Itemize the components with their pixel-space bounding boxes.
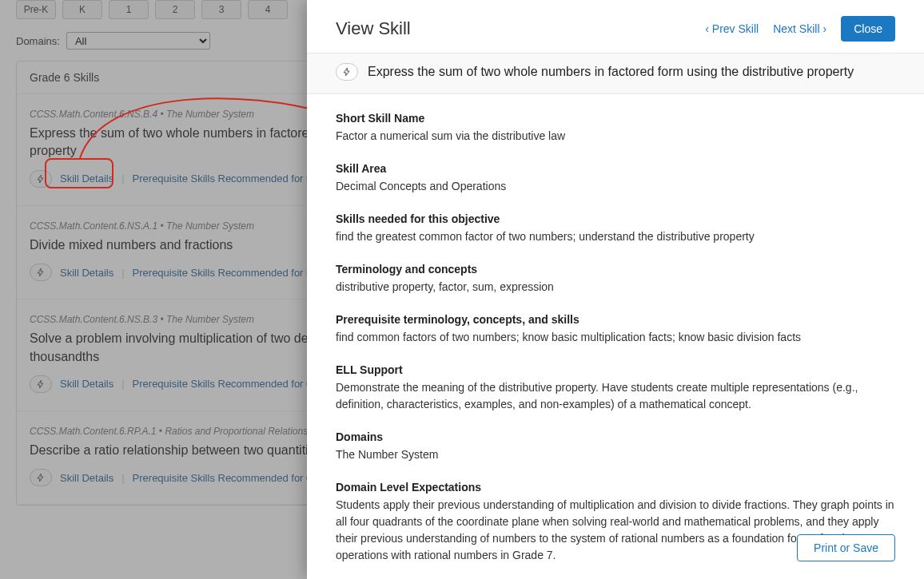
field-value: Demonstrate the meaning of the distribut… [336, 379, 895, 413]
field-value: distributive property, factor, sum, expr… [336, 279, 895, 295]
drawer-header-actions: ‹ Prev Skill Next Skill › Close [705, 16, 895, 42]
field-value: The Number System [336, 446, 895, 463]
close-button[interactable]: Close [841, 16, 895, 42]
drawer-title: View Skill [336, 18, 411, 39]
field-short-skill-name: Short Skill Name Factor a numerical sum … [336, 112, 895, 145]
field-label: Domains [336, 430, 895, 443]
field-terminology: Terminology and concepts distributive pr… [336, 263, 895, 295]
field-label: Domain Level Expectations [336, 481, 895, 494]
field-value: Factor a numerical sum via the distribut… [336, 128, 895, 145]
field-skills-needed: Skills needed for this objective find th… [336, 212, 895, 245]
view-skill-drawer: View Skill ‹ Prev Skill Next Skill › Clo… [307, 0, 924, 579]
skill-banner-title: Express the sum of two whole numbers in … [368, 65, 854, 79]
field-label: Short Skill Name [336, 112, 895, 125]
field-label: Skill Area [336, 162, 895, 175]
field-domains: Domains The Number System [336, 430, 895, 463]
skill-banner: Express the sum of two whole numbers in … [307, 54, 924, 94]
field-label: Prerequisite terminology, concepts, and … [336, 313, 895, 326]
field-label: Skills needed for this objective [336, 212, 895, 225]
field-skill-area: Skill Area Decimal Concepts and Operatio… [336, 162, 895, 195]
drawer-header: View Skill ‹ Prev Skill Next Skill › Clo… [307, 0, 924, 54]
chevron-left-icon: ‹ [705, 22, 709, 35]
field-label: Terminology and concepts [336, 263, 895, 276]
field-value: Decimal Concepts and Operations [336, 178, 895, 195]
drawer-body[interactable]: Short Skill Name Factor a numerical sum … [307, 94, 924, 579]
chevron-right-icon: › [823, 22, 827, 35]
field-value: find the greatest common factor of two n… [336, 228, 895, 245]
drawer-footer: Print or Save [797, 534, 895, 561]
prev-skill-link[interactable]: ‹ Prev Skill [705, 22, 759, 35]
next-skill-link[interactable]: Next Skill › [773, 22, 826, 35]
bolt-icon [336, 63, 358, 81]
prev-skill-label: Prev Skill [712, 22, 759, 35]
field-label: ELL Support [336, 363, 895, 376]
field-ell-support: ELL Support Demonstrate the meaning of t… [336, 363, 895, 413]
print-or-save-button[interactable]: Print or Save [797, 534, 895, 561]
field-prereq-terminology: Prerequisite terminology, concepts, and … [336, 313, 895, 346]
field-value: find common factors of two numbers; know… [336, 329, 895, 346]
next-skill-label: Next Skill [773, 22, 819, 35]
